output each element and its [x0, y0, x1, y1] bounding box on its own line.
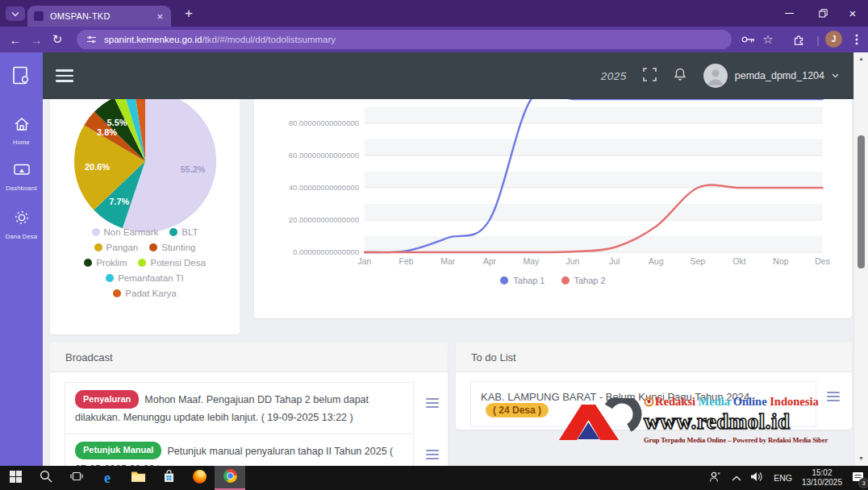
tab-close-icon[interactable]: × — [155, 10, 165, 23]
address-bar[interactable]: spanint.kemenkeu.go.id/tkd/#/modul/dd/to… — [77, 30, 732, 49]
star-icon[interactable]: ☆ — [758, 27, 778, 52]
key-icon[interactable] — [738, 27, 757, 52]
back-button[interactable]: ← — [5, 27, 26, 52]
legend-dot-icon — [149, 243, 157, 251]
action-center-icon[interactable]: 3 — [852, 471, 865, 486]
todo-list: KAB. LAMPUNG BARAT - Belum Kunci Pagu Ta… — [470, 381, 816, 427]
list-menu-icon[interactable] — [426, 396, 439, 414]
firefox-icon — [193, 470, 207, 487]
sidebar-item-dashboard[interactable]: Dashboard — [0, 164, 43, 192]
scrollbar-down-arrow[interactable]: ▼ — [854, 455, 868, 461]
screen: OMSPAN-TKD × + × ← → ↻ spanint.kemenkeu.… — [0, 0, 868, 490]
pie-legend-item[interactable]: Stunting — [149, 243, 195, 252]
search-icon — [40, 470, 52, 486]
tab-search-button[interactable] — [6, 6, 25, 21]
window-close-button[interactable]: × — [836, 0, 868, 27]
line-chart-card: 0.0000000000000020.0000000000000040.0000… — [254, 77, 852, 318]
sidebar-item-home[interactable]: Home — [0, 117, 43, 146]
chevron-up-icon[interactable] — [732, 471, 741, 485]
line-legend-item[interactable]: Tahap 1 — [500, 276, 545, 285]
user-menu[interactable]: pemda_dpmd_1204 — [703, 64, 839, 88]
chevron-down-icon — [11, 11, 19, 17]
taskbar-file-explorer-icon[interactable] — [123, 466, 153, 490]
url-host: spanint.kemenkeu.go.id — [104, 35, 202, 44]
tab-title: OMSPAN-TKD — [50, 11, 155, 21]
year-selector[interactable]: 2025 — [601, 70, 627, 82]
pie-legend-item[interactable]: BLT — [169, 227, 198, 237]
omspan-logo-icon[interactable] — [0, 52, 43, 99]
broadcast-item[interactable]: PenyaluranMohon Maaf. Pengajuan DD Tahap… — [65, 382, 414, 434]
hamburger-menu-icon[interactable] — [56, 69, 73, 82]
window-restore-button[interactable] — [806, 0, 840, 27]
todo-count-badge: ( 24 Desa ) — [486, 403, 549, 417]
todo-item[interactable]: KAB. LAMPUNG BARAT - Belum Kunci Pagu Ta… — [470, 381, 816, 427]
svg-text:Jan: Jan — [358, 256, 372, 266]
legend-dot-icon — [94, 243, 102, 251]
tab-favicon — [34, 11, 44, 21]
sidebar-item-label: Home — [13, 139, 30, 146]
fullscreen-icon[interactable] — [643, 68, 657, 85]
edge-icon: e — [104, 470, 111, 487]
legend-dot-icon — [169, 228, 177, 236]
window-minimize-button[interactable] — [772, 0, 806, 27]
kebab-menu-icon[interactable] — [847, 27, 866, 52]
watermark-line3: Grup Terpadu Media Online – Powered by R… — [644, 436, 867, 444]
tray-time: 15:02 — [812, 468, 832, 477]
pie-legend-item[interactable]: Non Earmark — [92, 227, 159, 237]
forward-button[interactable]: → — [26, 27, 47, 52]
pie-legend-item[interactable]: Pemanfaatan TI — [106, 273, 184, 283]
new-tab-button[interactable]: + — [179, 4, 198, 23]
pie-legend-item[interactable]: Padat Karya — [113, 289, 176, 298]
sidebar: HomeDashboardDana Desa — [0, 52, 43, 466]
extensions-icon[interactable] — [789, 27, 808, 52]
taskbar-firefox-icon[interactable] — [184, 466, 215, 490]
pie-legend-item[interactable]: Pangan — [94, 243, 139, 252]
pie-legend-item[interactable]: Potensi Desa — [138, 258, 205, 268]
language-indicator[interactable]: ENG — [774, 473, 792, 483]
list-menu-icon[interactable] — [827, 392, 840, 404]
reload-button[interactable]: ↻ — [47, 27, 68, 52]
home-icon — [14, 117, 30, 135]
line-legend-item[interactable]: Tahap 2 — [561, 276, 606, 285]
pie-legend-item[interactable]: Proklim — [84, 258, 127, 268]
legend-dot-icon — [113, 289, 121, 297]
taskbar-chrome-icon[interactable] — [215, 466, 245, 490]
svg-text:Okt: Okt — [732, 256, 745, 266]
browser-tab-omspan[interactable]: OMSPAN-TKD × — [27, 6, 171, 27]
people-icon[interactable]: ᴿ — [709, 471, 722, 486]
svg-text:40.00000000000000: 40.00000000000000 — [289, 183, 359, 192]
store-icon — [163, 470, 175, 486]
taskbar: e ᴿ ENG 15:02 13/10/2025 3 — [0, 466, 868, 490]
taskbar-search-icon[interactable] — [31, 466, 61, 490]
app-header: 2025 pemda_dpmd_1204 — [43, 52, 853, 99]
legend-dot-icon — [106, 274, 114, 282]
bell-icon[interactable] — [673, 67, 687, 85]
chrome-icon — [223, 469, 237, 486]
taskbar-task-view-icon[interactable] — [61, 466, 92, 490]
browser-profile-avatar[interactable]: J — [825, 31, 842, 48]
todo-text: KAB. LAMPUNG BARAT - Belum Kunci Pagu Ta… — [481, 391, 749, 403]
page-scrollbar[interactable]: ▲ ▼ — [853, 52, 868, 466]
chevron-down-icon — [832, 73, 839, 78]
svg-text:20.6%: 20.6% — [85, 162, 110, 172]
clock[interactable]: 15:02 13/10/2025 — [802, 468, 842, 488]
system-tray: ᴿ ENG 15:02 13/10/2025 3 — [709, 466, 865, 490]
sidebar-item-dana-desa[interactable]: Dana Desa — [0, 210, 43, 240]
svg-text:Aug: Aug — [649, 256, 664, 266]
taskbar-store-icon[interactable] — [153, 466, 184, 490]
taskbar-edge-icon[interactable]: e — [92, 466, 123, 490]
svg-text:0.00000000000000: 0.00000000000000 — [293, 247, 359, 256]
svg-text:Mar: Mar — [440, 256, 456, 266]
broadcast-header: Broadcast — [50, 343, 448, 372]
scrollbar-thumb[interactable] — [858, 135, 865, 268]
svg-text:55.2%: 55.2% — [180, 164, 205, 174]
svg-text:May: May — [523, 256, 540, 266]
svg-text:7.7%: 7.7% — [109, 197, 129, 206]
list-menu-icon[interactable] — [426, 447, 439, 466]
taskbar-start-icon[interactable] — [0, 466, 31, 490]
svg-text:60.00000000000000: 60.00000000000000 — [289, 151, 359, 160]
speaker-icon[interactable] — [751, 471, 764, 485]
legend-dot-icon — [138, 259, 146, 267]
svg-text:Nop: Nop — [773, 256, 788, 266]
scrollbar-up-arrow[interactable]: ▲ — [854, 56, 868, 61]
